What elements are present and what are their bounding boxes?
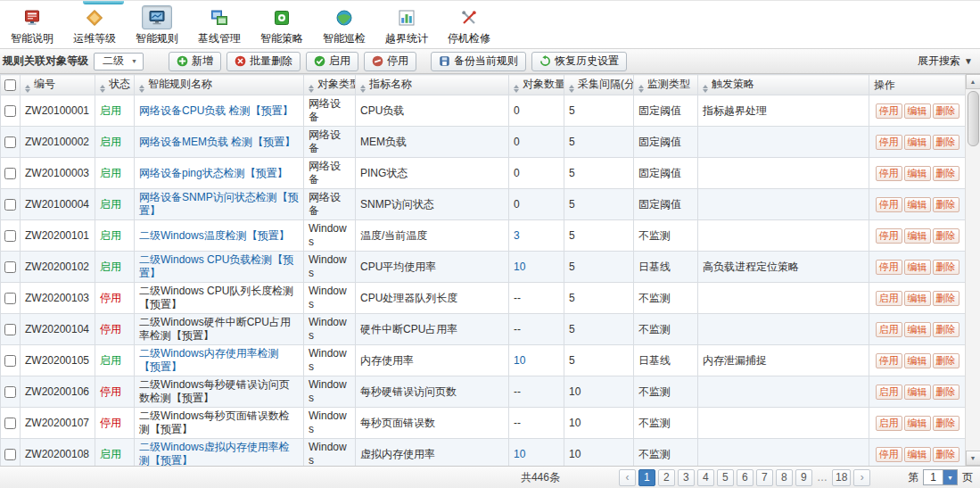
row-action-edit-button[interactable]: 编辑 xyxy=(904,353,931,368)
page-select-arrow-icon[interactable]: ▼ xyxy=(943,470,957,484)
toolbar-item-overrun-stats[interactable]: 越界统计 xyxy=(385,5,428,46)
rule-name-link[interactable]: 二级Windows CPU负载检测【预置】 xyxy=(139,253,293,279)
scrollbar-thumb[interactable] xyxy=(968,91,979,146)
sort-icon[interactable] xyxy=(100,85,105,93)
row-action-edit-button[interactable]: 编辑 xyxy=(904,291,931,306)
row-action-disable-button[interactable]: 停用 xyxy=(876,135,902,150)
add-button[interactable]: 新增 xyxy=(169,52,221,71)
row-checkbox[interactable] xyxy=(4,199,16,211)
row-action-delete-button[interactable]: 删除 xyxy=(933,447,959,462)
row-action-enable-button[interactable]: 启用 xyxy=(876,291,902,306)
row-action-delete-button[interactable]: 删除 xyxy=(933,416,959,431)
enable-button[interactable]: 启用 xyxy=(306,52,358,71)
disable-button[interactable]: 停用 xyxy=(364,52,416,71)
row-action-delete-button[interactable]: 删除 xyxy=(933,260,959,275)
row-action-disable-button[interactable]: 停用 xyxy=(876,353,902,368)
row-action-enable-button[interactable]: 启用 xyxy=(876,416,902,431)
scroll-up-icon[interactable]: ▲ xyxy=(966,74,980,89)
sort-icon[interactable] xyxy=(638,85,644,93)
row-action-edit-button[interactable]: 编辑 xyxy=(904,197,931,212)
column-header-id[interactable]: 编号 xyxy=(21,75,95,95)
column-header-name[interactable]: 智能规则名称 xyxy=(135,75,304,95)
toolbar-item-smart-rules[interactable]: 智能规则 xyxy=(136,5,178,46)
object-count-link[interactable]: 3 xyxy=(514,229,520,242)
page-button-2[interactable]: 2 xyxy=(658,469,675,486)
rule-name-link[interactable]: 二级Windows温度检测【预置】 xyxy=(139,229,290,242)
row-action-disable-button[interactable]: 停用 xyxy=(876,228,902,244)
column-header-interval[interactable]: 采集间隔(分钟) xyxy=(564,75,634,95)
page-button-4[interactable]: 4 xyxy=(697,469,714,486)
row-action-disable-button[interactable]: 停用 xyxy=(876,103,902,119)
toolbar-item-smart-description[interactable]: 智能说明 xyxy=(11,5,54,46)
column-header-object-count[interactable]: 对象数量 xyxy=(509,75,564,95)
page-button-5[interactable]: 5 xyxy=(717,469,734,486)
row-checkbox[interactable] xyxy=(4,261,16,273)
row-checkbox[interactable] xyxy=(4,355,16,367)
next-page-button[interactable]: › xyxy=(853,469,870,486)
row-action-disable-button[interactable]: 停用 xyxy=(876,447,902,462)
column-header-object-type[interactable]: 对象类型 xyxy=(304,75,356,95)
row-checkbox[interactable] xyxy=(4,386,16,398)
scroll-down-icon[interactable]: ▼ xyxy=(966,451,980,466)
toolbar-item-smart-policy[interactable]: 智能策略 xyxy=(260,5,303,46)
rule-name-link[interactable]: 二级Windows虚拟内存使用率检测【预置】 xyxy=(139,441,290,466)
rule-name-link[interactable]: 二级Windows内存使用率检测【预置】 xyxy=(139,347,279,373)
column-header-trigger[interactable]: 触发策略 xyxy=(698,75,869,95)
toolbar-item-ops-level[interactable]: 运维等级 xyxy=(73,5,116,46)
select-all-checkbox[interactable] xyxy=(4,79,16,91)
column-header-operations[interactable]: 操作 xyxy=(869,75,966,95)
row-checkbox[interactable] xyxy=(4,449,16,460)
row-action-enable-button[interactable]: 启用 xyxy=(876,322,902,337)
page-button-6[interactable]: 6 xyxy=(737,469,754,486)
row-action-delete-button[interactable]: 删除 xyxy=(933,135,959,150)
rule-name-link[interactable]: 网络设备ping状态检测【预置】 xyxy=(139,167,288,179)
row-checkbox[interactable] xyxy=(4,230,16,242)
restore-history-button[interactable]: 恢复历史设置 xyxy=(531,52,627,71)
row-action-disable-button[interactable]: 停用 xyxy=(876,197,902,212)
batch-delete-button[interactable]: 批量删除 xyxy=(226,52,301,71)
object-count-link[interactable]: 10 xyxy=(514,354,525,367)
row-action-delete-button[interactable]: 删除 xyxy=(933,385,959,400)
row-action-edit-button[interactable]: 编辑 xyxy=(904,260,931,275)
row-checkbox[interactable] xyxy=(4,418,16,429)
page-select[interactable]: 1 ▼ xyxy=(923,469,958,485)
row-action-edit-button[interactable]: 编辑 xyxy=(904,447,931,462)
page-button-8[interactable]: 8 xyxy=(776,469,793,486)
sort-icon[interactable] xyxy=(25,85,30,93)
row-action-edit-button[interactable]: 编辑 xyxy=(904,103,931,119)
vertical-scrollbar[interactable]: ▲ ▼ xyxy=(965,74,980,466)
backup-rules-button[interactable]: 备份当前规则 xyxy=(431,52,526,71)
column-header-status[interactable]: 状态 xyxy=(95,75,135,95)
row-action-delete-button[interactable]: 删除 xyxy=(933,353,959,368)
row-action-edit-button[interactable]: 编辑 xyxy=(904,228,931,244)
object-count-link[interactable]: 10 xyxy=(514,261,525,273)
row-action-delete-button[interactable]: 删除 xyxy=(933,322,959,337)
expand-search-toggle[interactable]: 展开搜索 ▼ xyxy=(918,54,973,69)
column-header-indicator[interactable]: 指标名称 xyxy=(356,75,509,95)
row-action-disable-button[interactable]: 停用 xyxy=(876,166,902,181)
page-button-1[interactable]: 1 xyxy=(638,469,655,486)
row-action-delete-button[interactable]: 删除 xyxy=(933,166,959,181)
level-select[interactable]: 二级 ▼ xyxy=(94,53,144,70)
toolbar-item-baseline-mgmt[interactable]: 基线管理 xyxy=(198,5,241,46)
sort-icon[interactable] xyxy=(309,85,314,93)
row-action-delete-button[interactable]: 删除 xyxy=(933,103,959,119)
toolbar-item-smart-inspection[interactable]: 智能巡检 xyxy=(323,5,366,46)
row-action-delete-button[interactable]: 删除 xyxy=(933,197,959,212)
toolbar-item-shutdown-maintenance[interactable]: 停机检修 xyxy=(448,5,490,46)
sort-icon[interactable] xyxy=(703,85,708,93)
rule-name-link[interactable]: 网络设备MEM负载 检测【预置】 xyxy=(139,136,295,148)
prev-page-button[interactable]: ‹ xyxy=(619,469,636,486)
sort-icon[interactable] xyxy=(360,85,366,93)
row-action-edit-button[interactable]: 编辑 xyxy=(904,166,931,181)
row-checkbox[interactable] xyxy=(4,105,16,117)
row-action-delete-button[interactable]: 删除 xyxy=(933,291,959,306)
row-action-disable-button[interactable]: 停用 xyxy=(876,260,902,275)
page-button-9[interactable]: 9 xyxy=(795,469,812,486)
page-button-7[interactable]: 7 xyxy=(756,469,773,486)
page-button-3[interactable]: 3 xyxy=(678,469,695,486)
row-checkbox[interactable] xyxy=(4,136,16,148)
row-checkbox[interactable] xyxy=(4,293,16,304)
sort-icon[interactable] xyxy=(569,85,574,93)
row-action-delete-button[interactable]: 删除 xyxy=(933,228,959,244)
